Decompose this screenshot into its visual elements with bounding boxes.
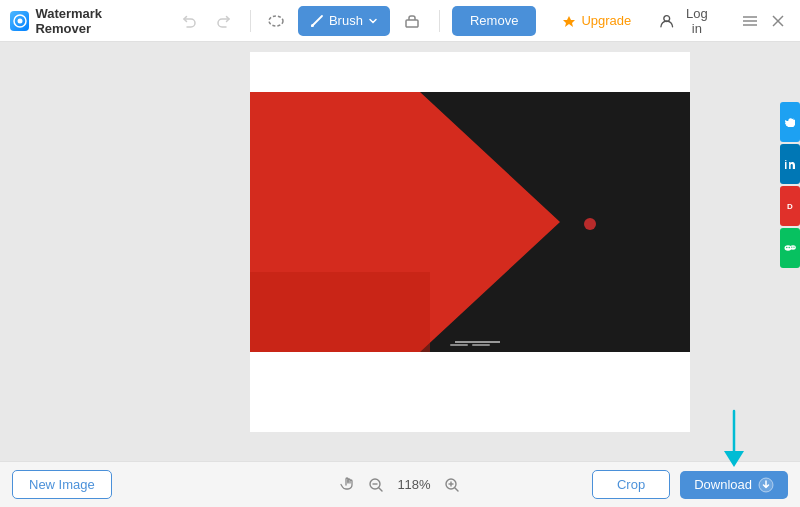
- bottom-bar: New Image 118%: [0, 461, 800, 507]
- close-button[interactable]: [766, 9, 790, 33]
- download-area: Download: [680, 471, 788, 499]
- remove-button[interactable]: Remove: [452, 6, 536, 36]
- right-social-panel: D: [780, 42, 800, 461]
- download-arrow-indicator: [720, 409, 748, 473]
- close-icon: [772, 15, 784, 27]
- zoom-in-icon[interactable]: [442, 475, 462, 495]
- svg-point-3: [311, 24, 314, 27]
- upgrade-label: Upgrade: [581, 13, 631, 28]
- download-label: Download: [694, 477, 752, 492]
- svg-line-29: [455, 488, 458, 491]
- image-display[interactable]: [250, 92, 690, 352]
- crop-button[interactable]: Crop: [592, 470, 670, 499]
- linkedin-share-button[interactable]: [780, 144, 800, 184]
- new-image-button[interactable]: New Image: [12, 470, 112, 499]
- new-image-label: New Image: [29, 477, 95, 492]
- remove-label: Remove: [470, 13, 518, 28]
- upgrade-button[interactable]: Upgrade: [552, 9, 641, 32]
- login-label: Log in: [680, 6, 714, 36]
- main-area: D: [0, 42, 800, 461]
- brush-label: Brush: [329, 13, 363, 28]
- app-title: Watermark Remover: [35, 6, 157, 36]
- left-gutter: [0, 42, 160, 461]
- svg-rect-14: [250, 272, 430, 352]
- svg-point-18: [786, 247, 787, 248]
- zoom-value: 118%: [394, 477, 434, 492]
- social-red-button[interactable]: D: [780, 186, 800, 226]
- upgrade-icon: [562, 14, 576, 28]
- canvas-container[interactable]: [160, 42, 780, 461]
- menu-button[interactable]: [738, 9, 762, 33]
- svg-point-15: [584, 218, 596, 230]
- title-bar: Watermark Remover Brush: [0, 0, 800, 42]
- image-panel: [250, 52, 690, 432]
- chevron-down-icon: [368, 16, 378, 26]
- svg-marker-5: [563, 16, 575, 27]
- svg-point-1: [17, 18, 22, 23]
- wechat-share-button[interactable]: [780, 228, 800, 268]
- twitter-share-button[interactable]: [780, 102, 800, 142]
- hamburger-icon: [742, 15, 758, 27]
- window-controls: [738, 9, 790, 33]
- eraser-tool-button[interactable]: [398, 6, 427, 36]
- right-actions: Crop Download: [592, 470, 788, 499]
- image-below: [250, 352, 690, 432]
- redo-button[interactable]: [211, 7, 238, 35]
- image-slider-indicator[interactable]: [450, 344, 490, 346]
- svg-rect-4: [406, 20, 418, 27]
- download-button[interactable]: Download: [680, 471, 788, 499]
- app-icon: [10, 11, 29, 31]
- zoom-out-icon[interactable]: [366, 475, 386, 495]
- svg-point-21: [791, 247, 792, 248]
- svg-point-22: [793, 247, 794, 248]
- svg-point-19: [789, 247, 790, 248]
- download-icon: [758, 477, 774, 493]
- zoom-controls: 118%: [338, 475, 462, 495]
- divider-1: [250, 10, 251, 32]
- user-icon: [659, 13, 674, 29]
- hand-tool-icon[interactable]: [338, 475, 358, 495]
- undo-button[interactable]: [175, 7, 202, 35]
- lasso-tool-button[interactable]: [263, 7, 290, 35]
- svg-point-20: [790, 245, 796, 249]
- logo-area: Watermark Remover: [10, 6, 157, 36]
- brush-tool-button[interactable]: Brush: [298, 6, 390, 36]
- divider-2: [439, 10, 440, 32]
- svg-line-25: [379, 488, 382, 491]
- svg-marker-31: [724, 451, 744, 467]
- image-canvas: [250, 92, 690, 352]
- svg-point-2: [269, 16, 283, 26]
- login-button[interactable]: Log in: [649, 2, 724, 40]
- crop-label: Crop: [617, 477, 645, 492]
